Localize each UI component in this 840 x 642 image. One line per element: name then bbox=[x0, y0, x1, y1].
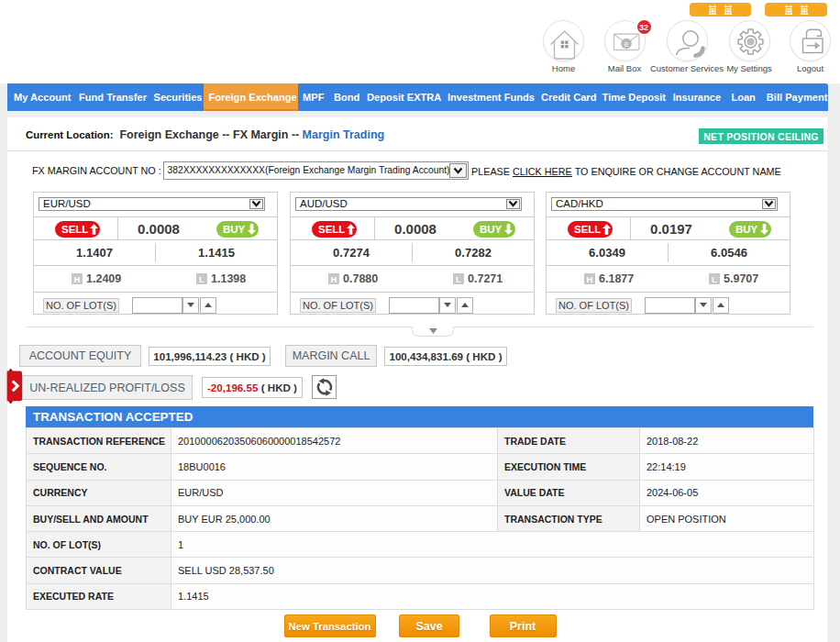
svg-text:e: e bbox=[624, 39, 628, 49]
